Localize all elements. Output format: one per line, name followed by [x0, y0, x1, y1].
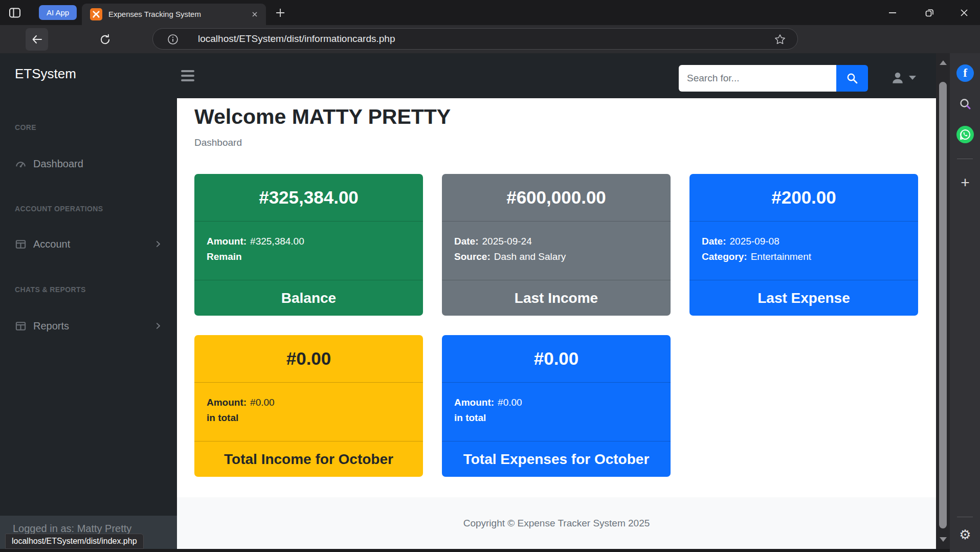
logged-in-label: Logged in as: Matty Pretty	[13, 523, 131, 534]
sidebar-item-account[interactable]: Account	[0, 233, 177, 255]
active-tab[interactable]: Expenses Tracking System	[82, 4, 266, 25]
add-sidebar-item-icon[interactable]: +	[956, 174, 974, 191]
sidebar-search-icon[interactable]	[956, 95, 974, 113]
sidebar-item-reports[interactable]: Reports	[0, 315, 177, 337]
tab-title: Expenses Tracking System	[108, 4, 201, 25]
workspace-pill[interactable]: AI App	[39, 5, 77, 20]
gear-glyph: ⚙	[959, 527, 971, 543]
star-icon[interactable]	[774, 33, 786, 46]
close-icon[interactable]	[952, 0, 976, 25]
card-footer-label: Balance	[194, 280, 423, 316]
sidebar-toggle-icon[interactable]	[179, 67, 196, 84]
card-body: Date:2025-09-08 Category:Entertainment	[689, 222, 918, 280]
sidebar-item-dashboard[interactable]: Dashboard	[0, 152, 177, 175]
info-cards-grid: #325,384.00 Amount:#325,384.00 Remain Ba…	[194, 174, 921, 477]
browser-tab-bar: AI App Expenses Tracking System	[0, 0, 980, 25]
card-footer-label: Total Expenses for October	[442, 441, 671, 477]
url-text[interactable]: localhost/ETSystem/dist/informationcards…	[198, 29, 395, 49]
card-body: Amount:#0.00 in total	[194, 383, 423, 441]
sidebar-item-label: Account	[33, 238, 70, 250]
copyright-text: Copyright © Expense Tracker System 2025	[463, 518, 650, 528]
scrollbar-thumb[interactable]	[939, 82, 947, 528]
card-amount: #200.00	[689, 174, 918, 222]
sidebar: CORE Dashboard ACCOUNT OPERATIONS Accoun…	[0, 98, 177, 549]
refresh-icon[interactable]	[94, 28, 116, 51]
user-menu[interactable]	[890, 67, 922, 89]
window-bottom-frame	[0, 549, 950, 552]
sidebar-item-label: Reports	[33, 320, 69, 332]
browser-window: AI App Expenses Tracking System	[0, 0, 980, 552]
new-tab-icon[interactable]	[274, 7, 286, 19]
xampp-icon	[90, 8, 102, 20]
card-footer-label: Last Expense	[689, 280, 918, 316]
person-icon	[890, 70, 905, 85]
card-body: Date:2025-09-24 Source:Dash and Salary	[442, 222, 671, 280]
last-expense-card: #200.00 Date:2025-09-08 Category:Enterta…	[689, 174, 918, 316]
sidebar-section-core: CORE	[15, 123, 36, 131]
brand-link[interactable]: ETSystem	[15, 66, 76, 82]
card-body: Amount:#325,384.00 Remain	[194, 222, 423, 280]
settings-gear-icon[interactable]: ⚙	[956, 526, 974, 543]
browser-scrollbar	[936, 53, 950, 549]
tachometer-icon	[15, 158, 27, 170]
card-footer-label: Total Income for October	[194, 441, 423, 477]
breadcrumb: Dashboard	[194, 137, 242, 148]
browser-toolbar: localhost/ETSystem/dist/informationcards…	[0, 25, 980, 53]
plus-glyph: +	[961, 174, 970, 191]
edge-divider	[957, 159, 973, 159]
card-amount: #600,000.00	[442, 174, 671, 222]
card-amount: #0.00	[442, 335, 671, 383]
card-amount: #0.00	[194, 335, 423, 383]
scroll-down-icon[interactable]	[940, 537, 947, 542]
sidebar-section-chats-reports: CHATS & REPORTS	[15, 285, 86, 294]
restore-icon[interactable]	[918, 0, 941, 25]
sidebar-item-label: Dashboard	[33, 158, 83, 170]
last-income-card: #600,000.00 Date:2025-09-24 Source:Dash …	[442, 174, 671, 316]
scroll-up-icon[interactable]	[940, 60, 947, 65]
chevron-right-icon	[153, 239, 163, 249]
balance-card: #325,384.00 Amount:#325,384.00 Remain Ba…	[194, 174, 423, 316]
chevron-down-icon	[909, 76, 916, 80]
back-icon[interactable]	[26, 28, 48, 51]
chevron-right-icon	[153, 321, 163, 330]
tab-close-icon[interactable]	[250, 9, 260, 19]
card-footer-label: Last Income	[442, 280, 671, 316]
table-columns-icon	[15, 320, 27, 332]
facebook-glyph: f	[963, 67, 967, 80]
status-tooltip: localhost/ETSystem/dist/index.php	[5, 534, 144, 549]
edge-sidebar: f + ⚙	[950, 53, 980, 552]
total-expenses-card: #0.00 Amount:#0.00 in total Total Expens…	[442, 335, 671, 477]
address-bar[interactable]: localhost/ETSystem/dist/informationcards…	[152, 28, 798, 50]
search-button[interactable]	[836, 65, 868, 92]
sidebar-section-account-operations: ACCOUNT OPERATIONS	[15, 205, 103, 213]
page-title: Welcome MATTY PRETTY	[194, 105, 451, 129]
app-top-navbar: ETSystem	[0, 53, 936, 98]
page-footer: Copyright © Expense Tracker System 2025	[177, 497, 936, 549]
card-body: Amount:#0.00 in total	[442, 383, 671, 441]
table-columns-icon	[15, 238, 27, 250]
edge-divider	[957, 517, 973, 517]
minimize-icon[interactable]	[881, 0, 904, 25]
workspaces-icon[interactable]	[8, 6, 21, 19]
facebook-icon[interactable]: f	[956, 64, 974, 82]
total-income-card: #0.00 Amount:#0.00 in total Total Income…	[194, 335, 423, 477]
whatsapp-icon[interactable]	[956, 126, 974, 143]
magnifier-icon	[846, 72, 858, 84]
main-content: Welcome MATTY PRETTY Dashboard #325,384.…	[177, 98, 936, 497]
card-amount: #325,384.00	[194, 174, 423, 222]
search-input[interactable]	[679, 65, 836, 92]
info-icon[interactable]	[167, 34, 179, 45]
